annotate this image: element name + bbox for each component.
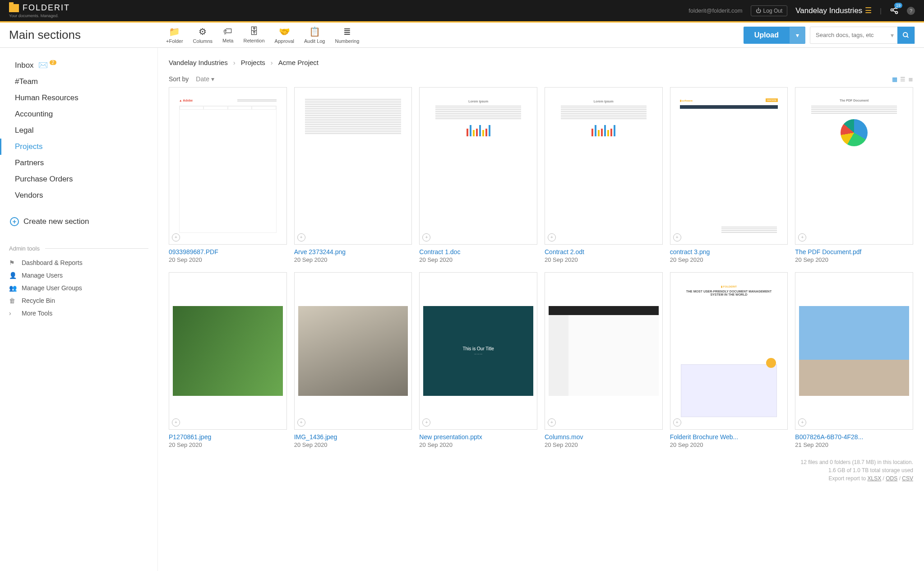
sidebar-item-team[interactable]: #Team bbox=[0, 74, 157, 90]
toolbar-auditlog[interactable]: 📋Audit Log bbox=[304, 26, 325, 44]
upload-button[interactable]: Upload ▾ bbox=[744, 27, 805, 44]
zoom-icon[interactable]: + bbox=[798, 233, 806, 241]
share-icon[interactable]: 19 bbox=[890, 5, 899, 16]
file-card[interactable]: Lorem ipsum+Contract 1.doc20 Sep 2020 bbox=[419, 87, 537, 263]
sidebar-item-humanresources[interactable]: Human Resources bbox=[0, 90, 157, 106]
sidebar-item-accounting[interactable]: Accounting bbox=[0, 106, 157, 122]
file-card[interactable]: ▮softwareINVOICE+contract 3.png20 Sep 20… bbox=[670, 87, 788, 263]
file-thumbnail[interactable]: ▮ FOLDERITTHE MOST USER-FRIENDLY DOCUMEN… bbox=[670, 272, 788, 430]
logout-button[interactable]: ⏻ Log Out bbox=[751, 5, 788, 16]
file-date: 20 Sep 2020 bbox=[670, 256, 788, 263]
file-thumbnail[interactable]: ▲ Adobe+ bbox=[169, 87, 287, 245]
sidebar-item-inbox[interactable]: Inbox ✉️2 bbox=[0, 57, 157, 74]
zoom-icon[interactable]: + bbox=[172, 418, 180, 427]
export-csv[interactable]: CSV bbox=[902, 475, 913, 482]
toolbar-meta[interactable]: 🏷Meta bbox=[222, 26, 233, 44]
file-card[interactable]: ▲ Adobe+0933989687.PDF20 Sep 2020 bbox=[169, 87, 287, 263]
logo[interactable]: FOLDERIT Your documents. Managed. bbox=[9, 3, 70, 18]
search-input[interactable] bbox=[810, 32, 887, 38]
zoom-icon[interactable]: + bbox=[673, 418, 681, 427]
toolbar-numbering[interactable]: ≣Numbering bbox=[335, 26, 359, 44]
zoom-icon[interactable]: + bbox=[548, 418, 556, 427]
file-card[interactable]: Lorem ipsum+Contract 2.odt20 Sep 2020 bbox=[545, 87, 663, 263]
zoom-icon[interactable]: + bbox=[172, 233, 180, 241]
zoom-icon[interactable]: + bbox=[548, 233, 556, 241]
file-name[interactable]: New presentation.pptx bbox=[419, 433, 537, 441]
file-card[interactable]: +P1270861.jpeg20 Sep 2020 bbox=[169, 272, 287, 448]
admin-manageusergroups[interactable]: 👥Manage User Groups bbox=[0, 282, 157, 294]
file-card[interactable]: +Arve 2373244.png20 Sep 2020 bbox=[294, 87, 412, 263]
sidebar-item-vendors[interactable]: Vendors bbox=[0, 187, 157, 204]
file-thumbnail[interactable]: The PDF Document+ bbox=[795, 87, 913, 245]
breadcrumb-item[interactable]: Vandelay Industries bbox=[169, 59, 228, 66]
file-thumbnail[interactable]: + bbox=[294, 272, 412, 430]
sort-label: Sort by bbox=[169, 75, 189, 83]
file-thumbnail[interactable]: This is Our Title— — —+ bbox=[419, 272, 537, 430]
export-ods[interactable]: ODS bbox=[886, 475, 897, 482]
inbox-badge: 2 bbox=[50, 60, 57, 65]
sidebar-item-projects[interactable]: Projects bbox=[0, 139, 157, 155]
breadcrumb: Vandelay Industries›Projects›Acme Projec… bbox=[169, 59, 913, 66]
toolbar-approval[interactable]: 🤝Approval bbox=[275, 26, 294, 44]
file-name[interactable]: Folderit Brochure Web... bbox=[670, 433, 788, 441]
search-box: ▾ bbox=[810, 27, 915, 44]
list-view-icon[interactable]: ☰ bbox=[900, 76, 906, 83]
file-thumbnail[interactable]: ▮softwareINVOICE+ bbox=[670, 87, 788, 245]
compact-view-icon[interactable]: ≣ bbox=[908, 76, 913, 83]
file-name[interactable]: 0933989687.PDF bbox=[169, 248, 287, 255]
admin-manageusers[interactable]: 👤Manage Users bbox=[0, 269, 157, 282]
file-date: 21 Sep 2020 bbox=[795, 441, 913, 448]
export-xlsx[interactable]: XLSX bbox=[868, 475, 882, 482]
toolbar: Main sections 📁+Folder⚙Columns🏷Meta🗄Rete… bbox=[0, 23, 924, 48]
zoom-icon[interactable]: + bbox=[297, 418, 305, 427]
create-section-button[interactable]: + Create new section bbox=[0, 211, 157, 232]
file-name[interactable]: B007826A-6B70-4F28... bbox=[795, 433, 913, 441]
file-card[interactable]: +IMG_1436.jpeg20 Sep 2020 bbox=[294, 272, 412, 448]
sidebar-item-partners[interactable]: Partners bbox=[0, 155, 157, 171]
file-thumbnail[interactable]: Lorem ipsum+ bbox=[419, 87, 537, 245]
file-thumbnail[interactable]: + bbox=[795, 272, 913, 430]
file-card[interactable]: +B007826A-6B70-4F28...21 Sep 2020 bbox=[795, 272, 913, 448]
upload-dropdown[interactable]: ▾ bbox=[790, 27, 805, 43]
search-dropdown-icon[interactable]: ▾ bbox=[887, 32, 897, 39]
file-name[interactable]: contract 3.png bbox=[670, 248, 788, 255]
toolbar-folder[interactable]: 📁+Folder bbox=[166, 26, 183, 44]
file-name[interactable]: Contract 2.odt bbox=[545, 248, 663, 255]
search-button[interactable] bbox=[897, 27, 915, 44]
file-name[interactable]: The PDF Document.pdf bbox=[795, 248, 913, 255]
breadcrumb-item[interactable]: Projects bbox=[241, 59, 265, 66]
file-name[interactable]: Arve 2373244.png bbox=[294, 248, 412, 255]
admin-dashboardreports[interactable]: ⚑Dashboard & Reports bbox=[0, 256, 157, 269]
file-name[interactable]: Contract 1.doc bbox=[419, 248, 537, 255]
file-thumbnail[interactable]: + bbox=[169, 272, 287, 430]
file-card[interactable]: ▮ FOLDERITTHE MOST USER-FRIENDLY DOCUMEN… bbox=[670, 272, 788, 448]
grid-view-icon[interactable]: ▦ bbox=[892, 76, 897, 83]
file-card[interactable]: +Columns.mov20 Sep 2020 bbox=[545, 272, 663, 448]
zoom-icon[interactable]: + bbox=[297, 233, 305, 241]
file-card[interactable]: This is Our Title— — —+New presentation.… bbox=[419, 272, 537, 448]
admin-icon: 👤 bbox=[9, 272, 16, 279]
zoom-icon[interactable]: + bbox=[798, 418, 806, 427]
sidebar-item-legal[interactable]: Legal bbox=[0, 122, 157, 139]
zoom-icon[interactable]: + bbox=[422, 418, 430, 427]
file-thumbnail[interactable]: Lorem ipsum+ bbox=[545, 87, 663, 245]
file-thumbnail[interactable]: + bbox=[545, 272, 663, 430]
file-name[interactable]: IMG_1436.jpeg bbox=[294, 433, 412, 441]
toolbar-columns[interactable]: ⚙Columns bbox=[193, 26, 213, 44]
file-date: 20 Sep 2020 bbox=[419, 256, 537, 263]
file-name[interactable]: Columns.mov bbox=[545, 433, 663, 441]
file-thumbnail[interactable]: + bbox=[294, 87, 412, 245]
admin-moretools[interactable]: ›More Tools bbox=[0, 307, 157, 320]
sort-select[interactable]: Date ▾ bbox=[196, 75, 214, 83]
org-switcher[interactable]: Vandelay Industries ☰ bbox=[795, 6, 872, 15]
toolbar-retention[interactable]: 🗄Retention bbox=[243, 26, 264, 44]
zoom-icon[interactable]: + bbox=[673, 233, 681, 241]
help-icon[interactable]: ? bbox=[907, 7, 915, 15]
admin-recyclebin[interactable]: 🗑Recycle Bin bbox=[0, 294, 157, 307]
sidebar-item-purchaseorders[interactable]: Purchase Orders bbox=[0, 171, 157, 187]
breadcrumb-item[interactable]: Acme Project bbox=[278, 59, 319, 66]
file-card[interactable]: The PDF Document+The PDF Document.pdf20 … bbox=[795, 87, 913, 263]
file-name[interactable]: P1270861.jpeg bbox=[169, 433, 287, 441]
svg-point-2 bbox=[896, 11, 898, 14]
zoom-icon[interactable]: + bbox=[422, 233, 430, 241]
